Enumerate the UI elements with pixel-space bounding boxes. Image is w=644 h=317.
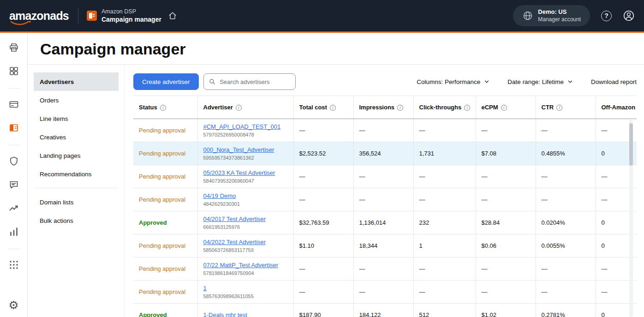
- column-header-ctr: CTRi: [536, 96, 596, 119]
- home-icon[interactable]: [168, 11, 177, 20]
- table-scrollbar[interactable]: [629, 120, 633, 317]
- create-advertiser-button[interactable]: Create advertiser: [133, 73, 199, 90]
- account-labels: Demo: US Manager account: [538, 8, 581, 23]
- advertiser-id: 584073953206960047: [203, 178, 288, 184]
- sidebar-item-landing-pages[interactable]: Landing pages: [34, 146, 119, 165]
- info-icon[interactable]: i: [556, 105, 562, 111]
- status-cell: Pending approval: [133, 188, 197, 211]
- chat-icon[interactable]: [5, 175, 23, 194]
- amazon-smile-icon: [10, 21, 31, 26]
- metric-cell: —: [476, 257, 536, 281]
- sidebar-item-line-items[interactable]: Line items: [34, 109, 119, 128]
- table-scrollbar-thumb[interactable]: [629, 123, 633, 166]
- info-icon[interactable]: i: [160, 105, 166, 111]
- advertiser-link[interactable]: 000_Nora_Test_Advertiser: [203, 146, 274, 153]
- amazonads-logo[interactable]: amazonads: [9, 10, 69, 22]
- download-report-button[interactable]: Download report: [591, 78, 637, 85]
- column-label: Total cost: [299, 104, 327, 111]
- column-header-impressions: Impressionsi: [353, 96, 413, 119]
- metric-cell: $28.84: [476, 211, 536, 234]
- advertiser-cell: #CM_API_LOAD_TEST_001579702526950008478: [197, 119, 293, 142]
- sidebar-item-recommendations[interactable]: Recommendations: [34, 165, 119, 183]
- metric-cell: —: [353, 281, 413, 304]
- metric-cell: 0.0055%: [536, 234, 596, 257]
- column-label: eCPM: [482, 104, 498, 111]
- advertiser-id: 6661953125976: [203, 224, 288, 230]
- dashboard-icon[interactable]: [5, 62, 23, 80]
- advertiser-link[interactable]: #CM_API_LOAD_TEST_001: [203, 123, 281, 130]
- account-switcher[interactable]: Demo: US Manager account: [513, 5, 590, 26]
- metric-cell: —: [536, 257, 596, 281]
- advertiser-link[interactable]: 04/19 Demo: [203, 192, 236, 199]
- advertiser-cell: 000_Nora_Test_Advertiser5955957343738613…: [197, 142, 293, 165]
- advertiser-link[interactable]: 05/2023 KA Test Advertiser: [203, 169, 275, 176]
- metric-cell: —: [293, 119, 353, 142]
- metric-cell: —: [536, 119, 596, 142]
- table-row: Pending approval04/19 Demo4842629230301—…: [133, 188, 637, 211]
- help-icon[interactable]: ?: [601, 11, 612, 21]
- app-section: Campaign manager: [101, 15, 161, 24]
- column-header-off-amazon-co: Off-Amazon coi: [596, 96, 637, 119]
- advertiser-id: 579702526950008478: [203, 132, 288, 138]
- advertiser-link[interactable]: 04/2022 Test Advertiser: [203, 239, 266, 245]
- column-label: Click-throughs: [419, 104, 462, 111]
- icon-rail: ⚙: [0, 33, 28, 317]
- sidebar-item-domain-lists[interactable]: Domain lists: [34, 193, 119, 211]
- chevron-down-icon: [483, 78, 490, 85]
- advertiser-link[interactable]: 1: [203, 285, 207, 292]
- advertiser-cell: 07/22 MattP_Test Advertiser5781986184697…: [197, 257, 293, 281]
- bar-chart-icon[interactable]: [5, 222, 23, 241]
- sidebar-item-bulk-actions[interactable]: Bulk actions: [34, 211, 119, 230]
- column-label: Impressions: [359, 104, 395, 111]
- metric-cell: $1.10: [293, 234, 353, 257]
- advertiser-link[interactable]: 1-Deals mhr test: [203, 311, 247, 317]
- sidebar-item-creatives[interactable]: Creatives: [34, 128, 119, 146]
- user-account-icon[interactable]: [623, 10, 635, 22]
- status-cell: Pending approval: [133, 234, 197, 257]
- advertiser-cell: 05/2023 KA Test Advertiser58407395320696…: [197, 165, 293, 188]
- search-box[interactable]: [203, 73, 296, 90]
- trending-up-icon[interactable]: [5, 199, 23, 217]
- app-title-block: Amazon DSP Campaign manager: [101, 8, 161, 24]
- account-sublabel: Manager account: [538, 16, 581, 24]
- body-row: AdvertisersOrdersLine itemsCreativesLand…: [28, 64, 644, 317]
- date-range-dropdown[interactable]: Date range: Lifetime: [507, 78, 573, 85]
- table-body: Pending approval#CM_API_LOAD_TEST_001579…: [133, 119, 637, 317]
- search-icon: [209, 78, 216, 86]
- advertiser-link[interactable]: 04/2017 Test Advertiser: [203, 215, 266, 222]
- columns-dropdown[interactable]: Columns: Performance: [417, 78, 490, 85]
- advertiser-link[interactable]: 07/22 MattP_Test Advertiser: [203, 262, 279, 269]
- settings-gear-icon[interactable]: ⚙: [5, 296, 23, 314]
- content: Create advertiser Columns: Performance: [125, 65, 644, 317]
- app-shell: ⚙ Campaign manager AdvertisersOrdersLine…: [0, 33, 644, 317]
- sidebar-item-orders[interactable]: Orders: [34, 91, 119, 109]
- column-label: Advertiser: [203, 104, 233, 111]
- search-input[interactable]: [219, 78, 290, 86]
- shield-icon[interactable]: [5, 152, 23, 170]
- advertiser-cell: 1585763098963611055: [197, 281, 293, 304]
- metric-cell: —: [353, 165, 413, 188]
- info-icon[interactable]: i: [236, 105, 242, 111]
- topbar: amazonads Amazon DSP Campaign manager De…: [0, 0, 644, 31]
- status-badge: Pending approval: [139, 265, 185, 272]
- info-icon[interactable]: i: [501, 105, 507, 111]
- metric-cell: $0.06: [476, 234, 536, 257]
- printer-icon[interactable]: [5, 38, 23, 57]
- column-header-total-cost: Total costi: [293, 96, 353, 119]
- chevron-down-icon: [567, 78, 573, 85]
- metric-cell: —: [413, 281, 476, 304]
- apps-grid-icon[interactable]: [5, 256, 23, 274]
- metric-cell: —: [293, 281, 353, 304]
- info-icon[interactable]: i: [464, 105, 470, 111]
- status-badge: Approved: [139, 311, 167, 317]
- table-row: Pending approval07/22 MattP_Test Adverti…: [133, 257, 637, 281]
- billing-card-icon[interactable]: [5, 95, 23, 114]
- sidebar-item-advertisers[interactable]: Advertisers: [34, 72, 119, 91]
- info-icon[interactable]: i: [330, 105, 336, 111]
- metric-cell: —: [353, 188, 413, 211]
- metric-cell: —: [413, 119, 476, 142]
- campaign-manager-icon[interactable]: [5, 119, 23, 137]
- info-icon[interactable]: i: [397, 105, 403, 111]
- column-label: Off-Amazon co: [602, 104, 637, 111]
- column-header-status: Statusi: [133, 96, 197, 119]
